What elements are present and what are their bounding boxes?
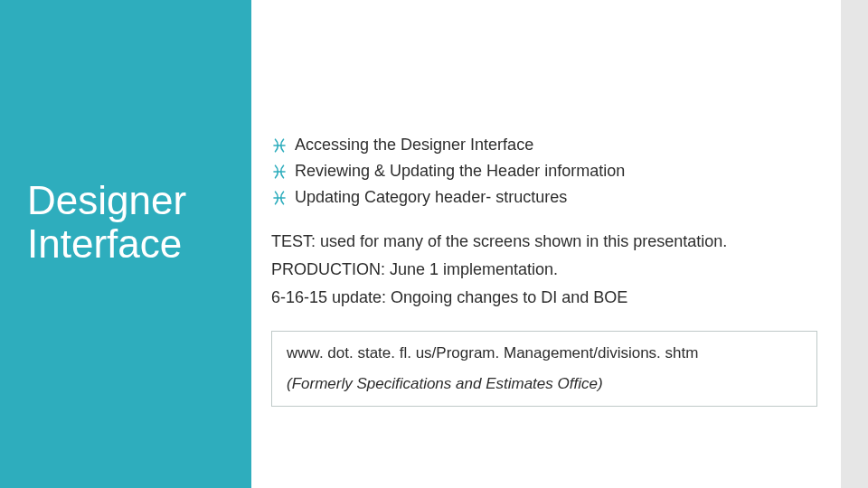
paragraph-head: TEST:	[271, 232, 316, 250]
paragraph: TEST: used for many of the screens shown…	[271, 232, 823, 251]
link-subtitle: (Formerly Specifications and Estimates O…	[287, 375, 802, 393]
right-strip	[841, 0, 868, 488]
sidebar: Designer Interface	[0, 0, 251, 488]
pisces-icon	[271, 190, 288, 206]
paragraph-text: 6-16-15 update: Ongoing changes to DI an…	[271, 288, 627, 306]
paragraph-rest: June 1 implementation.	[385, 260, 558, 278]
pisces-icon	[271, 164, 288, 180]
bullet-list: Accessing the Designer Interface Reviewi…	[271, 136, 823, 207]
bullet-item: Accessing the Designer Interface	[271, 136, 823, 155]
paragraph-block: TEST: used for many of the screens shown…	[271, 232, 823, 307]
sidebar-title-line2: Interface	[27, 221, 182, 266]
sidebar-title: Designer Interface	[27, 179, 226, 265]
content-area: Accessing the Designer Interface Reviewi…	[271, 136, 823, 407]
sidebar-title-line1: Designer	[27, 178, 186, 222]
paragraph-head: PRODUCTION:	[271, 260, 385, 278]
paragraph: 6-16-15 update: Ongoing changes to DI an…	[271, 288, 823, 307]
bullet-item: Updating Category header- structures	[271, 188, 823, 207]
paragraph-rest: used for many of the screens shown in th…	[316, 232, 727, 250]
bullet-text: Reviewing & Updating the Header informat…	[295, 162, 625, 180]
paragraph: PRODUCTION: June 1 implementation.	[271, 260, 823, 279]
bullet-text: Accessing the Designer Interface	[295, 136, 533, 154]
bullet-text: Updating Category header- structures	[295, 188, 567, 206]
bullet-item: Reviewing & Updating the Header informat…	[271, 162, 823, 181]
slide: Designer Interface Accessing the Designe…	[0, 0, 868, 488]
link-url: www. dot. state. fl. us/Program. Managem…	[287, 344, 802, 362]
pisces-icon	[271, 137, 288, 154]
link-box: www. dot. state. fl. us/Program. Managem…	[271, 331, 817, 407]
